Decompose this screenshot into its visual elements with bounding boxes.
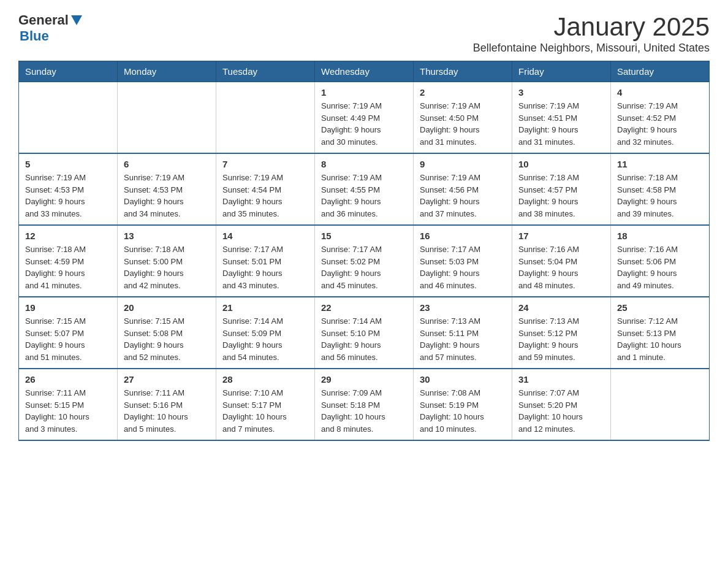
calendar-cell: 19Sunrise: 7:15 AM Sunset: 5:07 PM Dayli… [19,297,118,369]
calendar-cell: 2Sunrise: 7:19 AM Sunset: 4:50 PM Daylig… [414,82,512,154]
day-info: Sunrise: 7:15 AM Sunset: 5:07 PM Dayligh… [25,315,111,363]
calendar-week-row: 26Sunrise: 7:11 AM Sunset: 5:15 PM Dayli… [19,369,710,440]
day-info: Sunrise: 7:18 AM Sunset: 4:57 PM Dayligh… [518,172,604,220]
day-number: 12 [25,231,111,241]
calendar-day-header: Friday [512,61,611,82]
day-number: 13 [124,231,210,241]
page-title: January 2025 [473,12,710,42]
page-header: General Blue January 2025 Bellefontaine … [18,12,710,55]
day-number: 16 [420,231,506,241]
day-info: Sunrise: 7:19 AM Sunset: 4:54 PM Dayligh… [222,172,308,220]
calendar-cell: 12Sunrise: 7:18 AM Sunset: 4:59 PM Dayli… [19,225,118,297]
day-number: 26 [25,374,111,385]
calendar-cell [19,82,118,154]
page-subtitle: Bellefontaine Neighbors, Missouri, Unite… [473,42,710,55]
calendar-cell: 26Sunrise: 7:11 AM Sunset: 5:15 PM Dayli… [19,369,118,440]
calendar-cell [216,82,315,154]
day-info: Sunrise: 7:14 AM Sunset: 5:10 PM Dayligh… [321,315,407,363]
day-number: 14 [222,231,308,241]
day-info: Sunrise: 7:07 AM Sunset: 5:20 PM Dayligh… [518,387,604,435]
day-number: 25 [617,302,703,313]
calendar-cell: 25Sunrise: 7:12 AM Sunset: 5:13 PM Dayli… [611,297,710,369]
day-number: 24 [518,302,604,313]
day-info: Sunrise: 7:19 AM Sunset: 4:53 PM Dayligh… [124,172,210,220]
calendar-day-header: Saturday [611,61,710,82]
calendar-day-header: Monday [118,61,216,82]
day-number: 7 [222,159,308,169]
day-number: 15 [321,231,407,241]
calendar-cell: 20Sunrise: 7:15 AM Sunset: 5:08 PM Dayli… [118,297,216,369]
day-info: Sunrise: 7:19 AM Sunset: 4:51 PM Dayligh… [518,100,604,148]
day-number: 3 [518,87,604,98]
calendar-week-row: 5Sunrise: 7:19 AM Sunset: 4:53 PM Daylig… [19,153,710,225]
day-number: 20 [124,302,210,313]
day-info: Sunrise: 7:14 AM Sunset: 5:09 PM Dayligh… [222,315,308,363]
day-number: 28 [222,374,308,385]
calendar-cell: 7Sunrise: 7:19 AM Sunset: 4:54 PM Daylig… [216,153,315,225]
logo-triangle-icon [71,15,82,25]
calendar-week-row: 1Sunrise: 7:19 AM Sunset: 4:49 PM Daylig… [19,82,710,154]
day-number: 4 [617,87,703,98]
calendar-cell: 10Sunrise: 7:18 AM Sunset: 4:57 PM Dayli… [512,153,611,225]
day-number: 18 [617,231,703,241]
day-number: 11 [617,159,703,169]
calendar-day-header: Tuesday [216,61,315,82]
calendar-table: SundayMondayTuesdayWednesdayThursdayFrid… [18,61,710,441]
calendar-cell: 30Sunrise: 7:08 AM Sunset: 5:19 PM Dayli… [414,369,512,440]
day-info: Sunrise: 7:12 AM Sunset: 5:13 PM Dayligh… [617,315,703,363]
calendar-week-row: 19Sunrise: 7:15 AM Sunset: 5:07 PM Dayli… [19,297,710,369]
calendar-week-row: 12Sunrise: 7:18 AM Sunset: 4:59 PM Dayli… [19,225,710,297]
calendar-cell: 28Sunrise: 7:10 AM Sunset: 5:17 PM Dayli… [216,369,315,440]
title-block: January 2025 Bellefontaine Neighbors, Mi… [473,12,710,55]
calendar-header-row: SundayMondayTuesdayWednesdayThursdayFrid… [19,61,710,82]
calendar-cell: 23Sunrise: 7:13 AM Sunset: 5:11 PM Dayli… [414,297,512,369]
day-info: Sunrise: 7:17 AM Sunset: 5:03 PM Dayligh… [420,243,506,291]
day-number: 9 [420,159,506,169]
day-info: Sunrise: 7:17 AM Sunset: 5:01 PM Dayligh… [222,243,308,291]
calendar-day-header: Thursday [414,61,512,82]
day-info: Sunrise: 7:13 AM Sunset: 5:12 PM Dayligh… [518,315,604,363]
calendar-cell: 21Sunrise: 7:14 AM Sunset: 5:09 PM Dayli… [216,297,315,369]
day-number: 17 [518,231,604,241]
calendar-day-header: Wednesday [315,61,414,82]
day-info: Sunrise: 7:19 AM Sunset: 4:52 PM Dayligh… [617,100,703,148]
day-number: 8 [321,159,407,169]
calendar-cell: 31Sunrise: 7:07 AM Sunset: 5:20 PM Dayli… [512,369,611,440]
day-number: 30 [420,374,506,385]
calendar-cell: 11Sunrise: 7:18 AM Sunset: 4:58 PM Dayli… [611,153,710,225]
calendar-cell [118,82,216,154]
day-info: Sunrise: 7:19 AM Sunset: 4:50 PM Dayligh… [420,100,506,148]
day-info: Sunrise: 7:15 AM Sunset: 5:08 PM Dayligh… [124,315,210,363]
calendar-cell: 1Sunrise: 7:19 AM Sunset: 4:49 PM Daylig… [315,82,414,154]
calendar-cell: 15Sunrise: 7:17 AM Sunset: 5:02 PM Dayli… [315,225,414,297]
day-info: Sunrise: 7:16 AM Sunset: 5:06 PM Dayligh… [617,243,703,291]
day-number: 1 [321,87,407,98]
day-info: Sunrise: 7:18 AM Sunset: 5:00 PM Dayligh… [124,243,210,291]
calendar-cell: 27Sunrise: 7:11 AM Sunset: 5:16 PM Dayli… [118,369,216,440]
calendar-cell: 6Sunrise: 7:19 AM Sunset: 4:53 PM Daylig… [118,153,216,225]
day-number: 6 [124,159,210,169]
day-info: Sunrise: 7:16 AM Sunset: 5:04 PM Dayligh… [518,243,604,291]
day-info: Sunrise: 7:11 AM Sunset: 5:15 PM Dayligh… [25,387,111,435]
day-number: 5 [25,159,111,169]
calendar-cell [611,369,710,440]
day-info: Sunrise: 7:19 AM Sunset: 4:56 PM Dayligh… [420,172,506,220]
day-info: Sunrise: 7:11 AM Sunset: 5:16 PM Dayligh… [124,387,210,435]
day-number: 31 [518,374,604,385]
calendar-cell: 5Sunrise: 7:19 AM Sunset: 4:53 PM Daylig… [19,153,118,225]
calendar-cell: 29Sunrise: 7:09 AM Sunset: 5:18 PM Dayli… [315,369,414,440]
logo-blue-text: Blue [20,28,49,44]
calendar-cell: 4Sunrise: 7:19 AM Sunset: 4:52 PM Daylig… [611,82,710,154]
day-info: Sunrise: 7:09 AM Sunset: 5:18 PM Dayligh… [321,387,407,435]
day-info: Sunrise: 7:19 AM Sunset: 4:55 PM Dayligh… [321,172,407,220]
calendar-cell: 9Sunrise: 7:19 AM Sunset: 4:56 PM Daylig… [414,153,512,225]
calendar-cell: 22Sunrise: 7:14 AM Sunset: 5:10 PM Dayli… [315,297,414,369]
calendar-cell: 16Sunrise: 7:17 AM Sunset: 5:03 PM Dayli… [414,225,512,297]
day-number: 19 [25,302,111,313]
logo-general-text: General [18,12,69,28]
day-info: Sunrise: 7:19 AM Sunset: 4:49 PM Dayligh… [321,100,407,148]
day-info: Sunrise: 7:13 AM Sunset: 5:11 PM Dayligh… [420,315,506,363]
calendar-cell: 14Sunrise: 7:17 AM Sunset: 5:01 PM Dayli… [216,225,315,297]
day-info: Sunrise: 7:18 AM Sunset: 4:59 PM Dayligh… [25,243,111,291]
day-number: 29 [321,374,407,385]
